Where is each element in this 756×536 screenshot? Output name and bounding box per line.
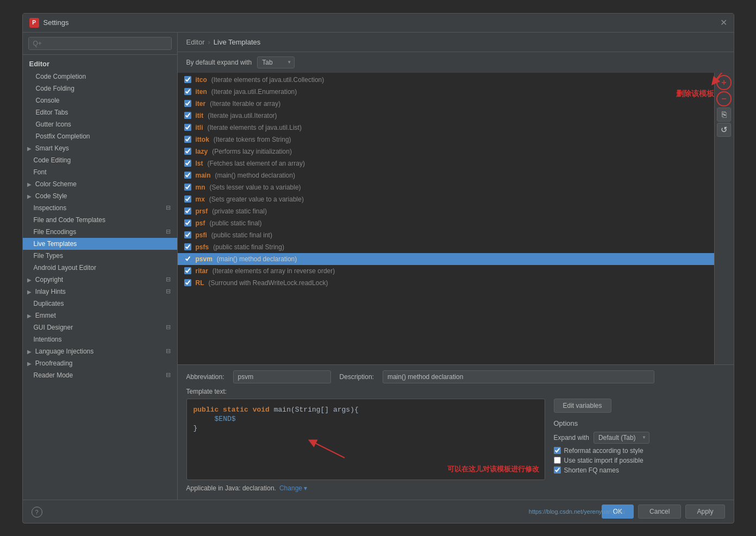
file-encodings-badge-icon: ⊟ (166, 228, 171, 235)
template-item-lst[interactable]: lst (Fetches last element of an array) (178, 157, 714, 169)
template-item-mx[interactable]: mx (Sets greater value to a variable) (178, 193, 714, 205)
settings-dialog: P Settings ✕ Editor Code Completion Code… (22, 13, 734, 524)
copy-template-button[interactable]: ⎘ (717, 108, 731, 122)
close-button[interactable]: ✕ (720, 18, 727, 27)
list-container: itco (Iterate elements of java.util.Coll… (178, 73, 714, 364)
reset-template-button[interactable]: ↺ (717, 123, 731, 137)
template-checkbox-psf[interactable] (184, 219, 191, 226)
help-button[interactable]: ? (32, 507, 42, 518)
template-checkbox-ittok[interactable] (184, 136, 191, 143)
applicable-change-link[interactable]: Change ▾ (279, 484, 307, 492)
inspections-badge-icon: ⊟ (166, 204, 171, 211)
template-checkbox-lst[interactable] (184, 160, 191, 167)
sidebar-item-code-editing[interactable]: Code Editing (23, 154, 177, 166)
options-panel: Edit variables Options Expand with Defau… (554, 399, 725, 480)
remove-template-button[interactable]: − (716, 91, 732, 106)
toolbar-row: By default expand with Tab Enter Space (178, 52, 734, 73)
search-input[interactable] (28, 37, 172, 50)
template-item-iten[interactable]: iten (Iterate java.util.Enumeration) (178, 86, 714, 98)
sidebar-item-live-templates[interactable]: Live Templates (23, 238, 177, 250)
sidebar-item-proofreading[interactable]: ▶ Proofreading (23, 357, 177, 369)
sidebar-item-reader-mode[interactable]: Reader Mode ⊟ (23, 369, 177, 381)
sidebar-item-gui-designer[interactable]: GUI Designer ⊟ (23, 321, 177, 333)
edit-variables-button[interactable]: Edit variables (554, 399, 611, 413)
template-item-ittok[interactable]: ittok (Iterate tokens from String) (178, 134, 714, 146)
template-item-main[interactable]: main (main() method declaration) (178, 169, 714, 181)
template-checkbox-lazy[interactable] (184, 148, 191, 155)
sidebar-item-console[interactable]: Console (23, 94, 177, 106)
template-checkbox-iter[interactable] (184, 100, 191, 107)
sidebar-item-code-style[interactable]: ▶ Code Style (23, 190, 177, 202)
templates-list: itco (Iterate elements of java.util.Coll… (178, 73, 714, 364)
reformat-checkbox[interactable] (554, 447, 561, 454)
template-item-prsf[interactable]: prsf (private static final) (178, 205, 714, 217)
shorten-fq-checkbox[interactable] (554, 466, 561, 474)
sidebar-item-smart-keys[interactable]: ▶ Smart Keys (23, 142, 177, 154)
template-checkbox-mx[interactable] (184, 196, 191, 203)
sidebar-item-color-scheme[interactable]: ▶ Color Scheme (23, 178, 177, 190)
sidebar-item-android-layout-editor[interactable]: Android Layout Editor (23, 262, 177, 274)
annotation-edit-arrow (296, 431, 350, 463)
template-checkbox-prsf[interactable] (184, 207, 191, 215)
template-checkbox-psfi[interactable] (184, 231, 191, 238)
template-checkbox-rl[interactable] (184, 279, 191, 286)
sidebar-item-copyright[interactable]: ▶ Copyright ⊟ (23, 274, 177, 286)
sidebar-item-code-folding[interactable]: Code Folding (23, 83, 177, 94)
sidebar-item-file-encodings[interactable]: File Encodings ⊟ (23, 226, 177, 238)
template-item-itit[interactable]: itit (Iterate java.util.Iterator) (178, 110, 714, 122)
template-item-mn[interactable]: mn (Sets lesser value to a variable) (178, 181, 714, 193)
sidebar-item-file-types[interactable]: File Types (23, 250, 177, 262)
template-item-iter[interactable]: iter (Iterate Iterable or array) (178, 98, 714, 110)
template-item-ritar[interactable]: ritar (Iterate elements of array in reve… (178, 265, 714, 277)
sidebar-item-emmet[interactable]: ▶ Emmet (23, 310, 177, 321)
sidebar-item-inspections[interactable]: Inspections ⊟ (23, 202, 177, 214)
sidebar-item-code-completion[interactable]: Code Completion (23, 71, 177, 83)
list-and-buttons: itco (Iterate elements of java.util.Coll… (178, 73, 734, 364)
description-input[interactable] (383, 370, 654, 383)
template-item-psfi[interactable]: psfi (public static final int) (178, 229, 714, 241)
abbreviation-input[interactable] (233, 370, 331, 383)
template-checkbox-ritar[interactable] (184, 267, 191, 274)
expand-with-options-select-wrapper: Default (Tab) Tab Enter Space (593, 432, 649, 444)
static-import-checkbox[interactable] (554, 457, 561, 464)
sidebar-item-duplicates[interactable]: Duplicates (23, 298, 177, 310)
cancel-button[interactable]: Cancel (638, 505, 681, 519)
expand-with-options-select[interactable]: Default (Tab) Tab Enter Space (593, 432, 649, 444)
template-checkbox-main[interactable] (184, 172, 191, 179)
template-checkbox-itit[interactable] (184, 112, 191, 119)
shorten-fq-checkbox-row: Shorten FQ names (554, 466, 725, 474)
sidebar-item-intentions[interactable]: Intentions (23, 333, 177, 345)
template-item-psfs[interactable]: psfs (public static final String) (178, 241, 714, 253)
template-item-psvm[interactable]: psvm (main() method declaration) (178, 253, 714, 265)
template-checkbox-psfs[interactable] (184, 243, 191, 250)
sidebar-item-inlay-hints[interactable]: ▶ Inlay Hints ⊟ (23, 286, 177, 298)
app-icon: P (29, 18, 39, 28)
template-item-rl[interactable]: RL (Surround with ReadWriteLock.readLock… (178, 277, 714, 289)
expand-with-row: Expand with Default (Tab) Tab Enter Spac… (554, 432, 725, 444)
static-import-checkbox-row: Use static import if possible (554, 457, 725, 464)
sidebar-item-gutter-icons[interactable]: Gutter Icons (23, 118, 177, 130)
template-checkbox-mn[interactable] (184, 184, 191, 191)
template-item-itli[interactable]: itli (Iterate elements of java.util.List… (178, 122, 714, 134)
sidebar-item-postfix-completion[interactable]: Postfix Completion (23, 130, 177, 142)
template-item-lazy[interactable]: lazy (Performs lazy initialization) (178, 146, 714, 157)
search-box (23, 33, 177, 55)
sidebar-item-file-code-templates[interactable]: File and Code Templates (23, 214, 177, 226)
apply-button[interactable]: Apply (685, 505, 724, 519)
template-checkbox-psvm[interactable] (184, 255, 191, 262)
code-editor[interactable]: public static void main(String[] args){ … (186, 399, 545, 480)
template-item-psf[interactable]: psf (public static final) (178, 217, 714, 229)
expand-with-select[interactable]: Tab Enter Space (257, 56, 295, 68)
template-checkbox-itco[interactable] (184, 76, 191, 83)
sidebar-item-editor-tabs[interactable]: Editor Tabs (23, 106, 177, 118)
template-checkbox-iten[interactable] (184, 88, 191, 95)
code-line-2: $END$ (193, 415, 538, 423)
template-checkbox-itli[interactable] (184, 124, 191, 131)
sidebar-item-language-injections[interactable]: ▶ Language Injections ⊟ (23, 345, 177, 357)
language-injections-badge-icon: ⊟ (166, 348, 171, 355)
sidebar-item-font[interactable]: Font (23, 166, 177, 178)
dialog-footer: ? https://blog.csdn.net/yerenyuan_pku OK… (23, 500, 734, 523)
reader-mode-badge-icon: ⊟ (166, 371, 171, 379)
template-item-itco[interactable]: itco (Iterate elements of java.util.Coll… (178, 74, 714, 86)
copyright-badge-icon: ⊟ (166, 276, 171, 283)
